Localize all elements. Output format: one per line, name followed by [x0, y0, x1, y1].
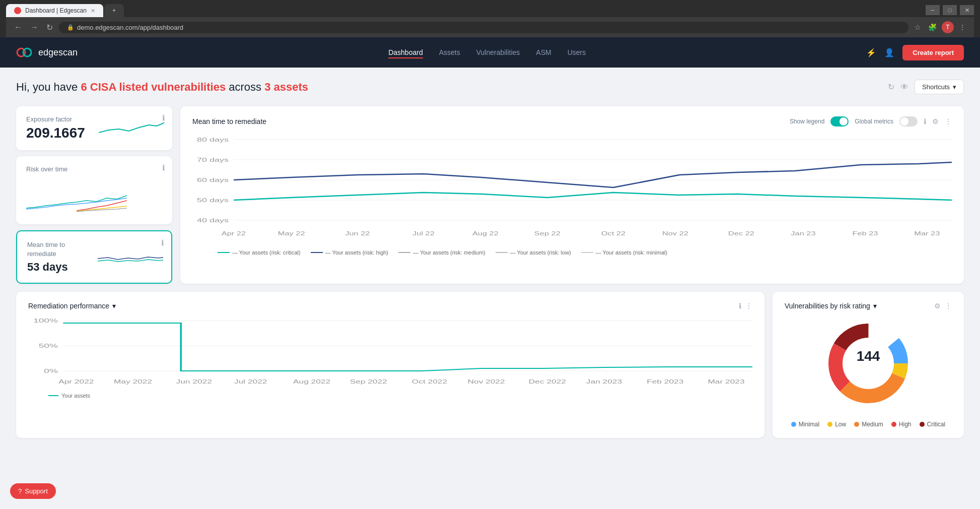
- create-report-button[interactable]: Create report: [902, 45, 964, 60]
- legend-medium-label: — Your assets (risk: medium): [413, 249, 485, 256]
- svg-text:Apr 2022: Apr 2022: [58, 379, 94, 385]
- risk-over-time-info-icon[interactable]: ℹ: [162, 163, 165, 172]
- url-bar[interactable]: 🔒 demo.edgescan.com/app/dashboard: [59, 22, 908, 33]
- remediation-info-icon-button[interactable]: ℹ: [739, 302, 741, 310]
- legend-low-item: Low: [827, 421, 846, 428]
- svg-text:Mar 23: Mar 23: [914, 231, 940, 236]
- svg-text:Aug 2022: Aug 2022: [293, 379, 330, 385]
- mean-time-small-card: Mean time to remediate 53 days ℹ: [16, 230, 172, 284]
- forward-button[interactable]: →: [28, 22, 40, 33]
- svg-text:Jan 23: Jan 23: [791, 231, 815, 236]
- legend-medium-line: [398, 252, 410, 253]
- vuln-risk-settings-icon-button[interactable]: ⚙: [934, 302, 941, 310]
- svg-point-1: [23, 48, 31, 56]
- svg-text:Aug 22: Aug 22: [472, 231, 499, 236]
- nav-users[interactable]: Users: [568, 46, 586, 58]
- back-button[interactable]: ←: [12, 22, 24, 33]
- vuln-risk-card-header: Vulnerabilities by risk rating ▾ ⚙ ⋮: [785, 302, 952, 310]
- medium-dot: [854, 422, 859, 427]
- remediation-more-icon-button[interactable]: ⋮: [745, 302, 752, 310]
- svg-text:Jun 22: Jun 22: [345, 231, 370, 236]
- browser-action-buttons: ☆ 🧩 T ⋮: [913, 21, 968, 33]
- svg-text:May 22: May 22: [278, 231, 305, 236]
- exposure-factor-sparkline: [99, 115, 164, 142]
- legend-medium: — Your assets (risk: medium): [398, 249, 485, 256]
- risk-over-time-card: Risk over time ℹ: [16, 156, 172, 224]
- window-controls: ─ □ ✕: [926, 5, 974, 17]
- nav-right: ⚡ 👤 Create report: [866, 45, 964, 60]
- user-icon-button[interactable]: 👤: [884, 48, 894, 57]
- vuln-risk-controls: ⚙ ⋮: [934, 302, 952, 310]
- logo: edgescan: [16, 43, 78, 61]
- main-content: Hi, you have 6 CISA listed vulnerabiliti…: [0, 68, 980, 509]
- remediation-chart-svg: 100% 50% 0% Apr 2022 May 2022 Jun 2022 J…: [28, 318, 752, 389]
- donut-wrapper: 144 Minimal Low Medium: [785, 318, 952, 428]
- svg-text:40 days: 40 days: [197, 217, 229, 224]
- svg-text:Nov 22: Nov 22: [662, 231, 688, 236]
- vuln-risk-card: Vulnerabilities by risk rating ▾ ⚙ ⋮: [773, 292, 964, 438]
- legend-critical-label: — Your assets (risk: critical): [232, 249, 301, 256]
- minimal-label: Minimal: [799, 421, 819, 428]
- legend-high-item: High: [891, 421, 912, 428]
- legend-low: — Your assets (risk: low): [496, 249, 571, 256]
- svg-text:Feb 2023: Feb 2023: [647, 379, 683, 385]
- svg-text:Feb 23: Feb 23: [852, 231, 878, 236]
- eye-icon-button[interactable]: 👁: [900, 83, 908, 92]
- svg-text:Mar 2023: Mar 2023: [708, 379, 744, 385]
- risk-over-time-title: Risk over time: [26, 165, 162, 173]
- tab-favicon: [14, 7, 21, 14]
- show-legend-toggle[interactable]: [830, 116, 849, 126]
- legend-high-line: [311, 252, 323, 253]
- nav-assets[interactable]: Assets: [439, 46, 460, 58]
- refresh-button[interactable]: ↻: [44, 22, 55, 33]
- nav-asm[interactable]: ASM: [536, 46, 551, 58]
- support-button[interactable]: ? Support: [10, 483, 56, 499]
- svg-text:Jan 2023: Jan 2023: [586, 379, 622, 385]
- global-metrics-toggle[interactable]: [899, 116, 918, 126]
- profile-button[interactable]: T: [942, 21, 954, 33]
- lock-icon: 🔒: [67, 24, 74, 31]
- bookmark-button[interactable]: ☆: [913, 22, 923, 32]
- app-navbar: edgescan Dashboard Assets Vulnerabilitie…: [0, 37, 980, 68]
- svg-text:70 days: 70 days: [197, 157, 229, 163]
- legend-critical-item: Critical: [920, 421, 946, 428]
- vuln-risk-title[interactable]: Vulnerabilities by risk rating ▾: [785, 302, 877, 310]
- legend-minimal-label: — Your assets (risk: minimal): [596, 249, 667, 256]
- svg-text:Apr 22: Apr 22: [222, 231, 246, 236]
- svg-text:80 days: 80 days: [197, 137, 229, 143]
- nav-vulnerabilities[interactable]: Vulnerabilities: [476, 46, 520, 58]
- donut-chart-svg: 144: [823, 318, 914, 409]
- chart-legend: — Your assets (risk: critical) — Your as…: [192, 249, 952, 256]
- chart-more-icon-button[interactable]: ⋮: [945, 117, 952, 125]
- remediation-card: Remediation performance ▾ ℹ ⋮ 100% 50% 0…: [16, 292, 764, 438]
- svg-text:Dec 2022: Dec 2022: [529, 379, 566, 385]
- low-label: Low: [835, 421, 846, 428]
- svg-text:Dec 22: Dec 22: [728, 231, 754, 236]
- tab-close-button[interactable]: ✕: [91, 8, 95, 14]
- new-tab-button[interactable]: +: [104, 4, 124, 17]
- activity-icon-button[interactable]: ⚡: [866, 48, 876, 57]
- line-chart-svg: 80 days 70 days 60 days 50 days 40 days …: [192, 135, 952, 245]
- minimize-button[interactable]: ─: [926, 5, 940, 15]
- page-title: Hi, you have 6 CISA listed vulnerabiliti…: [16, 81, 308, 94]
- refresh-icon-button[interactable]: ↻: [888, 82, 894, 92]
- restore-button[interactable]: □: [943, 5, 957, 15]
- shortcuts-button[interactable]: Shortcuts ▾: [915, 80, 964, 94]
- svg-text:Oct 22: Oct 22: [601, 231, 625, 236]
- top-widget-grid: Exposure factor 209.1667 ℹ Risk over tim…: [16, 106, 964, 284]
- remediation-chevron-icon: ▾: [112, 302, 116, 310]
- more-button[interactable]: ⋮: [957, 22, 968, 32]
- extensions-button[interactable]: 🧩: [926, 22, 939, 32]
- remediation-legend-line: [48, 395, 58, 396]
- close-button[interactable]: ✕: [960, 5, 974, 15]
- vuln-risk-chevron-icon: ▾: [873, 302, 877, 310]
- legend-high-label: — Your assets (risk: high): [325, 249, 388, 256]
- nav-dashboard[interactable]: Dashboard: [388, 46, 423, 58]
- active-tab[interactable]: Dashboard | Edgescan ✕: [6, 4, 103, 17]
- vuln-risk-more-icon-button[interactable]: ⋮: [945, 302, 952, 310]
- legend-low-line: [496, 252, 508, 253]
- chart-info-icon-button[interactable]: ℹ: [924, 117, 926, 125]
- legend-minimal-item: Minimal: [791, 421, 819, 428]
- chart-settings-icon-button[interactable]: ⚙: [932, 117, 939, 125]
- remediation-title[interactable]: Remediation performance ▾: [28, 302, 116, 310]
